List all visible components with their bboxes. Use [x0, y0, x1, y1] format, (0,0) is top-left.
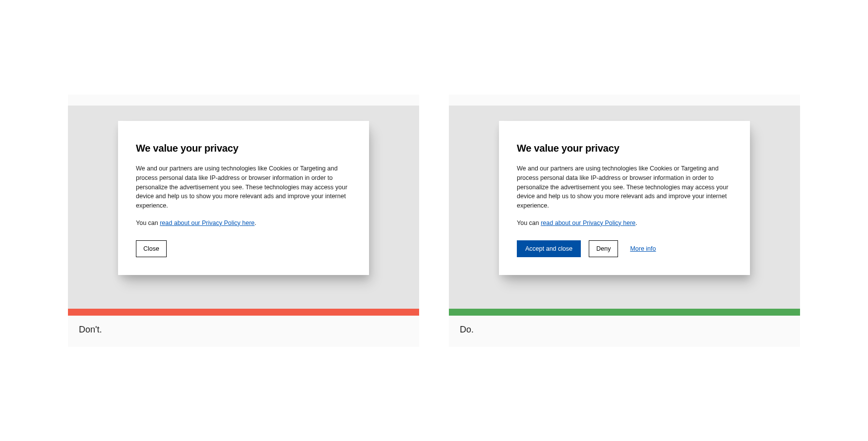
modal-policy-line: You can read about our Privacy Policy he… — [136, 220, 351, 226]
do-caption: Do. — [449, 316, 800, 347]
do-privacy-modal: We value your privacy We and our partner… — [499, 121, 750, 275]
modal-title: We value your privacy — [517, 143, 732, 154]
policy-prefix: You can — [136, 220, 160, 226]
privacy-policy-link[interactable]: read about our Privacy Policy here — [160, 220, 254, 226]
policy-prefix: You can — [517, 220, 541, 226]
dont-privacy-modal: We value your privacy We and our partner… — [118, 121, 369, 275]
dont-stage: We value your privacy We and our partner… — [68, 106, 419, 309]
button-row: Close — [136, 240, 351, 257]
policy-suffix: . — [635, 220, 637, 226]
modal-title: We value your privacy — [136, 143, 351, 154]
accept-and-close-button[interactable]: Accept and close — [517, 240, 581, 257]
close-button[interactable]: Close — [136, 240, 167, 257]
dont-caption: Don't. — [68, 316, 419, 347]
do-example: We value your privacy We and our partner… — [449, 95, 800, 347]
dont-example: We value your privacy We and our partner… — [68, 95, 419, 347]
button-row: Accept and close Deny More info — [517, 240, 732, 257]
more-info-link[interactable]: More info — [630, 245, 656, 252]
do-stage: We value your privacy We and our partner… — [449, 106, 800, 309]
modal-body-text: We and our partners are using technologi… — [136, 164, 351, 211]
modal-policy-line: You can read about our Privacy Policy he… — [517, 220, 732, 226]
status-bar-do — [449, 309, 800, 316]
status-bar-dont — [68, 309, 419, 316]
modal-body-text: We and our partners are using technologi… — [517, 164, 732, 211]
policy-suffix: . — [254, 220, 256, 226]
privacy-policy-link[interactable]: read about our Privacy Policy here — [541, 220, 635, 226]
deny-button[interactable]: Deny — [589, 240, 618, 257]
